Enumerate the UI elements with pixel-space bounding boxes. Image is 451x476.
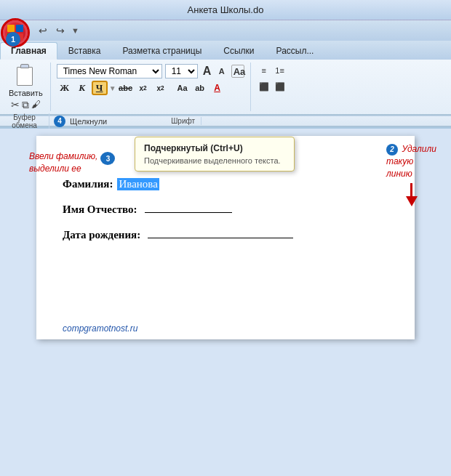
field-surname-row: Фамилия: Иванова — [63, 178, 388, 190]
field-firstname-label: Имя Отчество: — [63, 203, 137, 216]
step4-number: 4 — [54, 116, 65, 127]
bullets-button[interactable]: ≡ — [257, 64, 271, 77]
format-painter-icon[interactable]: 🖌 — [31, 99, 41, 111]
ribbon-top-bar: 1 ↩ ↪ ▼ — [0, 20, 451, 41]
field-birthdate-underline — [148, 238, 293, 238]
copy-icon[interactable]: ⧉ — [22, 99, 29, 111]
font-size-buttons: A A — [201, 65, 228, 78]
highlight-color-button[interactable]: ab — [192, 81, 208, 95]
font-color-button[interactable]: A — [209, 81, 226, 95]
clipboard-clip — [20, 64, 29, 68]
paste-label: Вставить — [9, 89, 43, 97]
office-logo-q2 — [16, 25, 23, 32]
paragraph-align-row: ⬛ ⬛ — [257, 80, 296, 93]
numbering-button[interactable]: 1≡ — [273, 64, 287, 77]
paste-button[interactable]: Вставить — [9, 64, 43, 97]
bold-button[interactable]: Ж — [57, 81, 73, 95]
tab-mailings[interactable]: Рассыл... — [266, 42, 325, 60]
tab-references[interactable]: Ссылки — [212, 42, 265, 60]
quick-access-arrow: ▼ — [71, 26, 79, 35]
entered-label: Ввели фамилию,выделили ее — [29, 150, 97, 175]
undo-button[interactable]: ↩ — [35, 23, 51, 38]
clipboard-body — [17, 67, 33, 86]
font-size-select[interactable]: 11 — [165, 64, 198, 78]
paragraph-top-row: ≡ 1≡ — [257, 64, 296, 77]
subscript-button[interactable]: x2 — [135, 81, 151, 95]
title-text: Анкета Школы.do — [188, 4, 264, 15]
field-firstname-row: Имя Отчество: — [63, 203, 388, 216]
step4-area: 4 Щелкнули — [49, 116, 107, 127]
step1-annotation: 1 — [6, 32, 22, 47]
superscript-button[interactable]: x2 — [153, 81, 169, 95]
clicked-label: Щелкнули — [70, 117, 107, 126]
redo-button[interactable]: ↪ — [52, 23, 68, 38]
change-case-button[interactable]: Aa — [175, 81, 191, 95]
office-logo-q1 — [7, 25, 15, 32]
field-birthdate-label: Дата рождения: — [63, 229, 140, 241]
field-birthdate-row: Дата рождения: — [63, 229, 388, 241]
align-left-button[interactable]: ⬛ — [257, 80, 271, 93]
step3-number: 3 — [100, 152, 115, 165]
paragraph-group: ≡ 1≡ ⬛ ⬛ — [251, 62, 302, 111]
field-surname-label: Фамилия: — [63, 178, 113, 190]
tooltip-title: Подчеркнутый (Ctrl+U) — [144, 143, 285, 153]
step2-number: 2 — [386, 144, 398, 156]
tab-page-layout[interactable]: Разметка страницы — [111, 42, 212, 60]
clipboard-section-label: Буфер обмена — [0, 113, 49, 129]
paste-sub-icons: ✂ ⧉ 🖌 — [11, 99, 41, 111]
tooltip-description: Подчеркивание выделенного текста. — [144, 156, 285, 165]
step2-annotation-area: 2 Удалилитакуюлинию — [386, 143, 436, 206]
font-grow-button[interactable]: A — [201, 65, 214, 78]
field-firstname-underline — [145, 212, 232, 213]
tooltip-box: Подчеркнутый (Ctrl+U) Подчеркивание выде… — [135, 137, 295, 172]
font-selectors-row: Times New Roman 11 A A Aa — [57, 64, 244, 78]
font-group: Times New Roman 11 A A Aa Ж К Ч ▼ abc x2… — [51, 62, 251, 111]
arrow-shaft — [410, 183, 412, 196]
step3-annotation-area: Ввели фамилию,выделили ее 3 — [29, 150, 116, 175]
italic-button[interactable]: К — [74, 81, 90, 95]
ribbon-labels-row: Буфер обмена 4 Щелкнули Шрифт — [0, 116, 451, 127]
paste-group: Вставить ✂ ⧉ 🖌 — [6, 62, 51, 111]
ribbon-tabs: Главная Вставка Разметка страницы Ссылки… — [0, 41, 451, 60]
deleted-label: 2 Удалилитакуюлинию — [386, 143, 436, 180]
underline-button[interactable]: Ч — [92, 81, 108, 95]
underline-dropdown-arrow[interactable]: ▼ — [109, 84, 116, 92]
strikethrough-button[interactable]: abc — [118, 81, 134, 95]
step1-number: 1 — [6, 32, 20, 47]
ribbon-content: Вставить ✂ ⧉ 🖌 Times New Roman 11 A A — [0, 60, 451, 116]
font-name-select[interactable]: Times New Roman — [57, 64, 162, 78]
paste-icon — [14, 64, 37, 87]
tab-insert[interactable]: Вставка — [57, 42, 112, 60]
watermark: compgramotnost.ru — [63, 323, 137, 334]
font-format-row: Ж К Ч ▼ abc x2 x2 Aa ab A — [57, 81, 244, 95]
align-center-button[interactable]: ⬛ — [273, 80, 287, 93]
font-shrink-button[interactable]: A — [215, 65, 228, 78]
font-section-label: Шрифт — [165, 117, 201, 125]
down-arrow-icon — [406, 183, 418, 206]
clear-format-button[interactable]: Aa — [231, 65, 244, 78]
cut-icon[interactable]: ✂ — [11, 99, 20, 111]
titlebar: Анкета Школы.do — [0, 0, 451, 20]
undo-redo-group: ↩ ↪ ▼ — [35, 23, 79, 38]
arrow-head — [406, 196, 418, 206]
field-surname-value: Иванова — [117, 178, 159, 190]
